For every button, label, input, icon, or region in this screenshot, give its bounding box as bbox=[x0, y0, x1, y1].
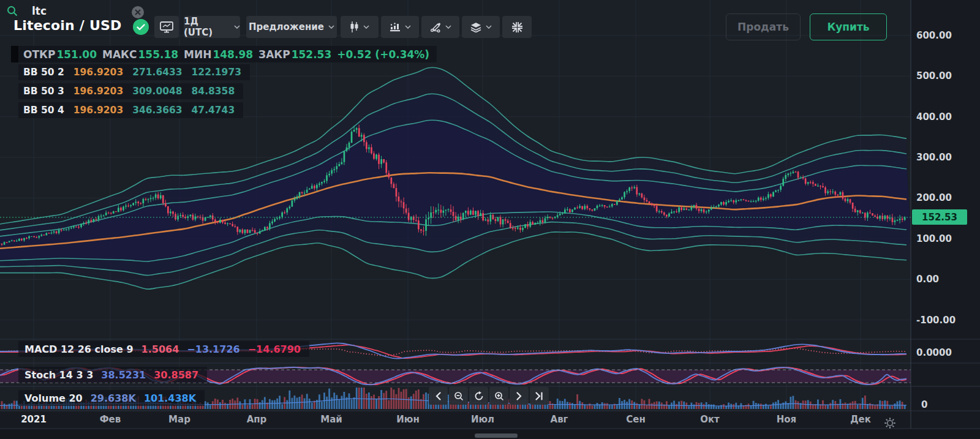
month-label[interactable]: Дек bbox=[850, 414, 871, 425]
volume-name: Volume 20 bbox=[24, 392, 83, 404]
month-label[interactable]: Июл bbox=[471, 414, 494, 425]
pencil-draw-icon bbox=[429, 21, 441, 32]
price-tick: -100.00 bbox=[916, 315, 956, 326]
sell-button[interactable]: Продать bbox=[726, 13, 801, 40]
high-label: МАКС bbox=[102, 48, 137, 61]
volume-zero-tick: 0 bbox=[921, 399, 927, 410]
interval-label: 1Д (UTC) bbox=[184, 16, 230, 38]
open-value: 151.00 bbox=[56, 48, 97, 61]
candlestick-icon bbox=[350, 21, 359, 32]
high-value: 155.18 bbox=[138, 48, 178, 61]
stoch-legend[interactable]: Stoch 14 3 3 38.5231 30.8587 bbox=[18, 367, 207, 383]
stoch-name: Stoch 14 3 3 bbox=[24, 369, 93, 381]
volume-value-1: 29.638K bbox=[91, 392, 136, 404]
offer-dropdown[interactable]: Предложение bbox=[246, 16, 337, 38]
macd-legend[interactable]: MACD 12 26 close 9 1.5064 −13.1726 −14.6… bbox=[18, 341, 309, 357]
volume-value-2: 101.438K bbox=[144, 392, 196, 404]
collapse-button[interactable] bbox=[502, 16, 532, 38]
reset-zoom-button[interactable] bbox=[469, 387, 488, 405]
close-label: ЗАКР bbox=[258, 48, 290, 61]
month-label[interactable]: Сен bbox=[626, 414, 646, 425]
price-tick: 200.00 bbox=[916, 192, 952, 203]
chevron-down-icon bbox=[234, 25, 240, 29]
bb-lower-value: 84.8358 bbox=[192, 86, 235, 97]
bb-name: BB 50 2 bbox=[23, 67, 64, 78]
symbol-search[interactable]: ltc bbox=[6, 5, 47, 17]
chart-type-dropdown[interactable] bbox=[341, 16, 379, 38]
month-label[interactable]: 2021 bbox=[21, 414, 47, 425]
search-query[interactable]: ltc bbox=[32, 5, 47, 17]
chart-navbar bbox=[429, 387, 549, 405]
month-label[interactable]: Фев bbox=[100, 414, 121, 425]
macd-name: MACD 12 26 close 9 bbox=[24, 343, 134, 355]
month-label[interactable]: Мар bbox=[168, 414, 190, 425]
layers-dropdown[interactable] bbox=[462, 16, 500, 38]
zoom-out-button[interactable] bbox=[449, 387, 468, 405]
low-label: МИН bbox=[184, 48, 211, 61]
month-label[interactable]: Апр bbox=[247, 414, 267, 425]
price-tick: 300.00 bbox=[916, 152, 952, 163]
change-value: +0.52 (+0.34%) bbox=[337, 48, 429, 61]
offer-label: Предложение bbox=[249, 21, 324, 32]
bb-upper-value: 271.6433 bbox=[132, 67, 182, 78]
chevron-down-icon bbox=[405, 25, 411, 29]
month-label[interactable]: Май bbox=[320, 414, 342, 425]
bb-legend-4[interactable]: BB 50 4 196.9203 346.3663 47.4743 bbox=[18, 102, 243, 118]
bb-name: BB 50 4 bbox=[23, 105, 64, 116]
collapse-arrows-icon bbox=[511, 21, 523, 33]
symbol-title: Litecoin / USD bbox=[13, 18, 121, 33]
price-tick: 0.00 bbox=[916, 274, 939, 285]
price-tick: 500.00 bbox=[916, 70, 952, 81]
monitor-chart-icon bbox=[160, 21, 173, 33]
bb-legend-2[interactable]: BB 50 2 196.9203 271.6433 122.1973 bbox=[18, 64, 250, 80]
settings-gear-icon[interactable] bbox=[883, 416, 897, 430]
month-label[interactable]: Авг bbox=[551, 414, 568, 425]
interval-dropdown[interactable]: 1Д (UTC) bbox=[184, 16, 240, 38]
bb-basis-value: 196.9203 bbox=[74, 67, 123, 78]
month-label[interactable]: Ноя bbox=[777, 414, 797, 425]
chevron-down-icon bbox=[486, 25, 492, 29]
bb-lower-value: 47.4743 bbox=[192, 105, 235, 116]
chevron-down-icon bbox=[363, 25, 369, 29]
bb-basis-value: 196.9203 bbox=[74, 105, 123, 116]
month-label[interactable]: Июн bbox=[396, 414, 420, 425]
scroll-right-button[interactable] bbox=[510, 387, 529, 405]
macd-zero-tick: 0.0000 bbox=[916, 347, 952, 358]
macd-line-value: −13.1726 bbox=[187, 343, 239, 355]
search-icon bbox=[6, 5, 18, 17]
bb-basis-value: 196.9203 bbox=[74, 86, 123, 97]
price-tick: 400.00 bbox=[916, 111, 952, 122]
horizontal-scrollbar[interactable] bbox=[475, 433, 518, 438]
last-price-badge: 152.53 bbox=[912, 209, 967, 225]
forecast-bars-icon bbox=[390, 22, 401, 32]
close-value: 152.53 bbox=[292, 48, 332, 61]
stoch-d-value: 30.8587 bbox=[154, 369, 198, 381]
bb-legend-3[interactable]: BB 50 3 196.9203 309.0048 84.8358 bbox=[18, 83, 243, 99]
bb-upper-value: 309.0048 bbox=[132, 86, 182, 97]
bb-upper-value: 346.3663 bbox=[132, 105, 182, 116]
scroll-left-button[interactable] bbox=[429, 387, 448, 405]
price-tick: 600.00 bbox=[916, 30, 952, 41]
zoom-in-button[interactable] bbox=[489, 387, 508, 405]
bb-lower-value: 122.1973 bbox=[192, 67, 241, 78]
buy-button[interactable]: Купить bbox=[810, 13, 887, 40]
macd-signal-value: −14.6790 bbox=[248, 343, 301, 355]
layers-icon bbox=[470, 22, 481, 32]
low-value: 148.98 bbox=[213, 48, 253, 61]
volume-legend[interactable]: Volume 20 29.638K 101.438K bbox=[18, 390, 205, 406]
connection-check-icon[interactable] bbox=[133, 19, 149, 35]
bb-name: BB 50 3 bbox=[23, 86, 64, 97]
macd-hist-value: 1.5064 bbox=[141, 343, 179, 355]
price-tick: 100.00 bbox=[916, 233, 952, 244]
indicators-dropdown[interactable] bbox=[381, 16, 419, 38]
month-label[interactable]: Окт bbox=[700, 414, 720, 425]
close-icon[interactable] bbox=[132, 6, 144, 18]
go-to-realtime-button[interactable] bbox=[530, 387, 549, 405]
open-label: ОТКР bbox=[23, 48, 55, 61]
legend-notch bbox=[11, 46, 18, 62]
screenshot-button[interactable] bbox=[154, 16, 179, 38]
stoch-k-value: 38.5231 bbox=[101, 369, 146, 381]
chevron-down-icon bbox=[445, 25, 451, 29]
drawing-tools-dropdown[interactable] bbox=[421, 16, 459, 38]
chevron-down-icon bbox=[328, 25, 334, 29]
